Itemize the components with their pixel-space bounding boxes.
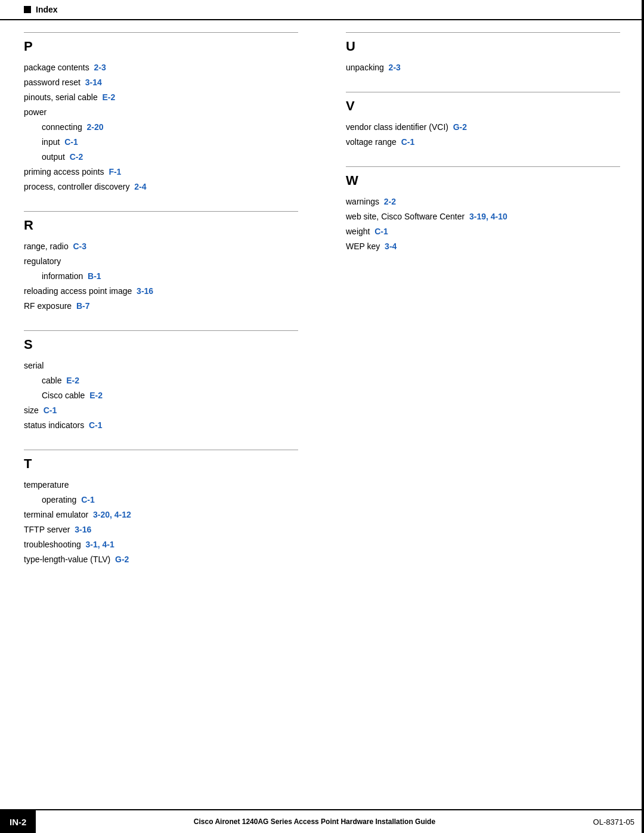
- link-power-input[interactable]: C-1: [64, 137, 78, 147]
- footer-doc-title: Cisco Aironet 1240AG Series Access Point…: [36, 817, 593, 826]
- top-bar: Index: [0, 0, 644, 20]
- section-u: U unpacking 2-3: [346, 32, 620, 74]
- link-regulatory-info[interactable]: B-1: [88, 271, 101, 281]
- link-cisco-cable[interactable]: E-2: [89, 391, 103, 400]
- section-v: V vendor class identifier (VCI) G-2 volt…: [346, 92, 620, 148]
- entry-regulatory-info: information B-1: [24, 270, 298, 283]
- entry-tlv: type-length-value (TLV) G-2: [24, 553, 298, 566]
- link-voltage-range[interactable]: C-1: [401, 137, 415, 147]
- entry-terminal-emulator: terminal emulator 3-20, 4-12: [24, 509, 298, 521]
- entry-power-output: output C-2: [24, 151, 298, 163]
- entry-temperature-operating: operating C-1: [24, 494, 298, 506]
- link-rf-exposure[interactable]: B-7: [76, 301, 90, 311]
- section-w-letter: W: [346, 173, 620, 188]
- section-r-divider: [24, 211, 298, 212]
- link-troubleshooting[interactable]: 3-1, 4-1: [86, 540, 114, 549]
- section-t-divider: [24, 450, 298, 450]
- main-content: P package contents 2-3 password reset 3-…: [0, 20, 644, 596]
- section-p-letter: P: [24, 39, 298, 54]
- entry-process: process, controller discovery 2-4: [24, 181, 298, 193]
- link-range-radio[interactable]: C-3: [73, 241, 87, 251]
- entry-temperature: temperature: [24, 479, 298, 491]
- section-p-divider: [24, 32, 298, 33]
- entry-range-radio: range, radio C-3: [24, 240, 298, 253]
- footer-doc-number: OL-8371-05: [593, 817, 644, 826]
- right-border: [642, 0, 644, 833]
- link-status-indicators[interactable]: C-1: [89, 420, 103, 430]
- link-power-connecting[interactable]: 2-20: [87, 122, 104, 132]
- entry-priming: priming access points F-1: [24, 166, 298, 178]
- link-tftp-server[interactable]: 3-16: [75, 525, 91, 534]
- link-package-contents[interactable]: 2-3: [94, 63, 106, 72]
- entry-troubleshooting: troubleshooting 3-1, 4-1: [24, 538, 298, 551]
- link-pinouts[interactable]: E-2: [103, 92, 116, 102]
- section-p: P package contents 2-3 password reset 3-…: [24, 32, 298, 193]
- entry-rf-exposure: RF exposure B-7: [24, 300, 298, 312]
- link-vendor-class[interactable]: G-2: [453, 122, 467, 132]
- link-weight[interactable]: C-1: [374, 227, 388, 236]
- entry-size: size C-1: [24, 404, 298, 417]
- section-v-divider: [346, 92, 620, 92]
- entry-power-input: input C-1: [24, 136, 298, 148]
- section-t-letter: T: [24, 456, 298, 472]
- entry-voltage-range: voltage range C-1: [346, 136, 620, 148]
- section-w-divider: [346, 166, 620, 167]
- entry-power: power: [24, 106, 298, 119]
- link-web-site[interactable]: 3-19, 4-10: [469, 212, 507, 221]
- link-size[interactable]: C-1: [44, 405, 57, 415]
- footer: IN-2 Cisco Aironet 1240AG Series Access …: [0, 809, 644, 833]
- entry-wep-key: WEP key 3-4: [346, 240, 620, 253]
- entry-password-reset: password reset 3-14: [24, 76, 298, 89]
- footer-page-number: IN-2: [0, 810, 36, 833]
- section-u-letter: U: [346, 39, 620, 54]
- link-process[interactable]: 2-4: [134, 182, 146, 191]
- link-serial-cable[interactable]: E-2: [66, 376, 79, 385]
- entry-status-indicators: status indicators C-1: [24, 419, 298, 432]
- section-s-divider: [24, 330, 298, 331]
- link-password-reset[interactable]: 3-14: [85, 78, 102, 87]
- section-r: R range, radio C-3 regulatory informatio…: [24, 211, 298, 312]
- section-u-divider: [346, 32, 620, 33]
- left-column: P package contents 2-3 password reset 3-…: [24, 32, 322, 584]
- top-bar-index-label: Index: [36, 5, 58, 14]
- entry-tftp-server: TFTP server 3-16: [24, 524, 298, 536]
- entry-serial: serial: [24, 360, 298, 372]
- right-column: U unpacking 2-3 V vendor class identifie…: [322, 32, 620, 584]
- section-t: T temperature operating C-1 terminal emu…: [24, 450, 298, 566]
- link-warnings[interactable]: 2-2: [384, 197, 396, 206]
- entry-reloading: reloading access point image 3-16: [24, 285, 298, 298]
- section-s: S serial cable E-2 Cisco cable E-2 size …: [24, 330, 298, 432]
- page-container: Index P package contents 2-3 password re…: [0, 0, 644, 833]
- entry-cisco-cable: Cisco cable E-2: [24, 389, 298, 402]
- section-r-letter: R: [24, 218, 298, 233]
- entry-package-contents: package contents 2-3: [24, 61, 298, 74]
- entry-warnings: warnings 2-2: [346, 196, 620, 208]
- link-temperature-operating[interactable]: C-1: [81, 495, 95, 504]
- section-v-letter: V: [346, 98, 620, 114]
- entry-weight: weight C-1: [346, 225, 620, 238]
- entry-power-connecting: connecting 2-20: [24, 121, 298, 134]
- link-tlv[interactable]: G-2: [115, 555, 129, 564]
- entry-web-site: web site, Cisco Software Center 3-19, 4-…: [346, 210, 620, 223]
- link-priming[interactable]: F-1: [109, 167, 121, 176]
- section-s-letter: S: [24, 337, 298, 352]
- link-reloading[interactable]: 3-16: [137, 286, 153, 296]
- link-power-output[interactable]: C-2: [70, 152, 83, 162]
- entry-serial-cable: cable E-2: [24, 374, 298, 387]
- top-bar-square: [24, 6, 31, 13]
- link-wep-key[interactable]: 3-4: [385, 241, 397, 251]
- link-unpacking[interactable]: 2-3: [389, 63, 401, 72]
- entry-unpacking: unpacking 2-3: [346, 61, 620, 74]
- link-terminal-emulator[interactable]: 3-20, 4-12: [93, 510, 131, 519]
- section-w: W warnings 2-2 web site, Cisco Software …: [346, 166, 620, 253]
- entry-regulatory: regulatory: [24, 255, 298, 268]
- entry-vendor-class: vendor class identifier (VCI) G-2: [346, 121, 620, 134]
- entry-pinouts: pinouts, serial cable E-2: [24, 91, 298, 104]
